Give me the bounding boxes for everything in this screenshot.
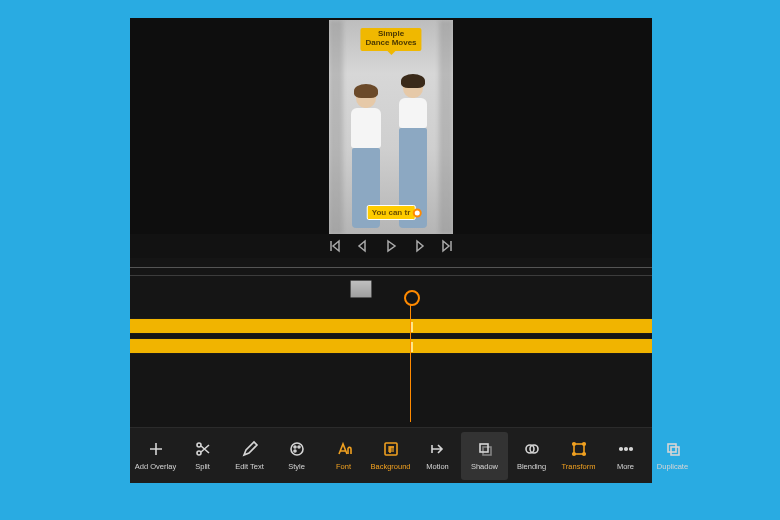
caption-top[interactable]: Simple Dance Moves	[360, 28, 421, 51]
play-icon	[384, 239, 398, 253]
caption-bottom[interactable]: You can tr	[367, 205, 416, 220]
next-frame-button[interactable]	[412, 239, 426, 253]
tool-label: Edit Text	[235, 462, 264, 471]
tool-label: Font	[336, 462, 351, 471]
svg-rect-20	[671, 447, 679, 455]
svg-point-18	[629, 448, 632, 451]
duplicate-icon	[664, 440, 682, 458]
svg-point-5	[294, 450, 296, 452]
svg-point-12	[572, 443, 575, 446]
font-icon	[335, 440, 353, 458]
motion-button[interactable]: Motion	[414, 432, 461, 480]
caption-bottom-text: You can tr	[372, 208, 411, 217]
svg-rect-11	[574, 444, 584, 454]
bottom-toolbar: Add Overlay Split Edit Text Style Font B…	[130, 427, 652, 483]
split-button[interactable]: Split	[179, 432, 226, 480]
skip-end-button[interactable]	[440, 239, 454, 253]
svg-point-2	[291, 443, 303, 455]
playhead[interactable]	[410, 296, 411, 422]
background-icon	[382, 440, 400, 458]
edit-text-button[interactable]: Edit Text	[226, 432, 273, 480]
blending-icon	[523, 440, 541, 458]
prev-frame-button[interactable]	[356, 239, 370, 253]
video-editor-window: Simple Dance Moves You can tr	[130, 18, 652, 483]
blending-button[interactable]: Blending	[508, 432, 555, 480]
svg-point-4	[298, 446, 300, 448]
scissors-icon	[194, 440, 212, 458]
transform-button[interactable]: Transform	[555, 432, 602, 480]
transform-icon	[570, 440, 588, 458]
next-frame-icon	[412, 239, 426, 253]
svg-rect-7	[480, 444, 488, 452]
tool-label: Shadow	[471, 462, 498, 471]
timeline[interactable]	[130, 258, 652, 427]
font-button[interactable]: Font	[320, 432, 367, 480]
play-button[interactable]	[384, 239, 398, 253]
plus-icon	[147, 440, 165, 458]
skip-start-icon	[328, 239, 342, 253]
more-button[interactable]: More	[602, 432, 649, 480]
tool-label: Split	[195, 462, 210, 471]
tool-label: Blending	[517, 462, 546, 471]
palette-icon	[288, 440, 306, 458]
tool-label: Transform	[562, 462, 596, 471]
prev-frame-icon	[356, 239, 370, 253]
tool-label: Duplicate	[657, 462, 688, 471]
caption-top-line2: Dance Moves	[365, 38, 416, 47]
skip-end-icon	[440, 239, 454, 253]
text-track-1[interactable]	[130, 318, 652, 334]
shadow-icon	[476, 440, 494, 458]
tool-label: Add Overlay	[135, 462, 176, 471]
more-icon	[617, 440, 635, 458]
svg-rect-19	[668, 444, 676, 452]
svg-point-14	[572, 453, 575, 456]
motion-icon	[429, 440, 447, 458]
preview-area: Simple Dance Moves You can tr	[130, 18, 652, 234]
tool-label: Motion	[426, 462, 449, 471]
shadow-button[interactable]: Shadow	[461, 432, 508, 480]
add-overlay-button[interactable]: Add Overlay	[132, 432, 179, 480]
svg-point-1	[197, 451, 201, 455]
timeline-ruler[interactable]	[130, 258, 652, 276]
svg-point-0	[197, 443, 201, 447]
caption-top-line1: Simple	[378, 29, 404, 38]
svg-point-16	[619, 448, 622, 451]
tool-label: More	[617, 462, 634, 471]
svg-point-13	[582, 443, 585, 446]
video-clip-thumbnail[interactable]	[350, 280, 372, 298]
svg-rect-8	[483, 447, 491, 455]
style-button[interactable]: Style	[273, 432, 320, 480]
skip-start-button[interactable]	[328, 239, 342, 253]
tool-label: Style	[288, 462, 305, 471]
tool-label: Background	[370, 462, 410, 471]
pencil-icon	[241, 440, 259, 458]
background-button[interactable]: Background	[367, 432, 414, 480]
svg-point-3	[294, 446, 296, 448]
svg-point-17	[624, 448, 627, 451]
playback-controls	[130, 234, 652, 258]
duplicate-button[interactable]: Duplicate	[649, 432, 696, 480]
svg-point-15	[582, 453, 585, 456]
video-preview[interactable]: Simple Dance Moves You can tr	[329, 20, 453, 234]
resize-handle-icon[interactable]	[412, 208, 421, 217]
text-track-2[interactable]	[130, 338, 652, 354]
